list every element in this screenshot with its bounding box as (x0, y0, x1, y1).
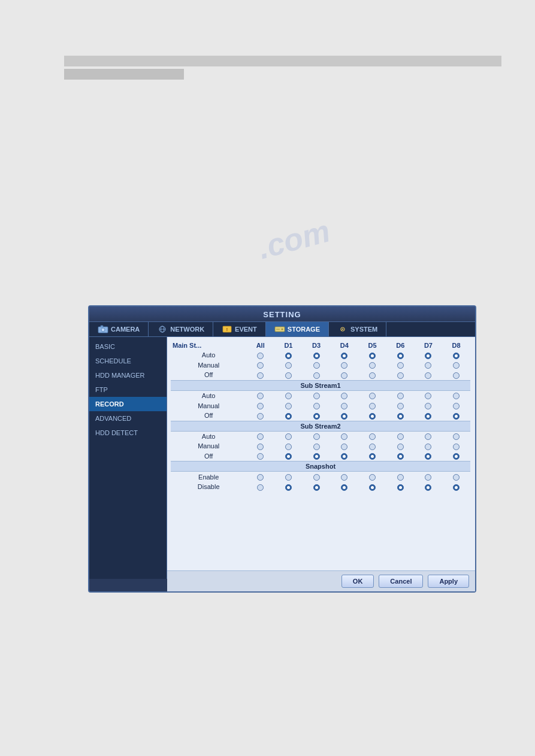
radio-main-off-d4[interactable] (330, 370, 358, 380)
radio-main-manual-d6[interactable] (386, 360, 415, 371)
radio-sub2-manual-d7[interactable] (415, 441, 443, 451)
radio-sub2-manual-d3[interactable] (303, 441, 331, 451)
sidebar-item-basic[interactable]: BASIC (89, 339, 167, 354)
radio-sub1-off-d7[interactable] (415, 411, 443, 421)
radio-main-auto-d4[interactable] (330, 350, 358, 360)
radio-main-auto-d6[interactable] (386, 350, 415, 360)
radio-sub1-auto-d4[interactable] (330, 390, 358, 400)
sidebar-item-advanced[interactable]: ADVANCED (89, 411, 167, 426)
radio-snap-enable-d8[interactable] (442, 472, 470, 482)
radio-sub2-auto-d5[interactable] (358, 431, 386, 441)
radio-sub1-auto-d3[interactable] (303, 390, 331, 400)
radio-sub1-auto-d6[interactable] (386, 390, 415, 400)
radio-sub1-off-d4[interactable] (330, 411, 358, 421)
radio-snap-enable-d5[interactable] (358, 472, 386, 482)
radio-snap-enable-all[interactable] (246, 472, 274, 482)
radio-sub1-off-d5[interactable] (358, 411, 386, 421)
tab-camera[interactable]: CAMERA (89, 322, 149, 336)
radio-snap-disable-d4[interactable] (330, 482, 358, 492)
radio-sub1-manual-d4[interactable] (330, 400, 358, 411)
radio-main-manual-d5[interactable] (358, 360, 386, 371)
radio-sub1-manual-d8[interactable] (442, 400, 470, 411)
radio-main-manual-d4[interactable] (330, 360, 358, 371)
radio-sub2-auto-d3[interactable] (303, 431, 331, 441)
radio-sub2-auto-d4[interactable] (330, 431, 358, 441)
radio-main-auto-d7[interactable] (415, 350, 443, 360)
radio-main-off-d7[interactable] (415, 370, 443, 380)
radio-sub1-manual-d1[interactable] (274, 400, 303, 411)
radio-sub2-off-d8[interactable] (442, 451, 470, 462)
radio-sub1-off-all[interactable] (246, 411, 274, 421)
radio-main-auto-d5[interactable] (358, 350, 386, 360)
radio-sub2-auto-all[interactable] (246, 431, 274, 441)
radio-sub1-auto-d5[interactable] (358, 390, 386, 400)
radio-sub2-auto-d1[interactable] (274, 431, 303, 441)
radio-main-manual-d3[interactable] (303, 360, 331, 371)
cancel-button[interactable]: Cancel (379, 575, 423, 588)
radio-snap-enable-d3[interactable] (303, 472, 331, 482)
radio-sub1-manual-d6[interactable] (386, 400, 415, 411)
radio-main-manual-all[interactable] (246, 360, 274, 371)
radio-sub2-off-all[interactable] (246, 451, 274, 462)
radio-main-auto-all[interactable] (246, 350, 274, 360)
radio-main-auto-d3[interactable] (303, 350, 331, 360)
radio-main-manual-d8[interactable] (442, 360, 470, 371)
radio-main-auto-d1[interactable] (274, 350, 303, 360)
apply-button[interactable]: Apply (428, 575, 469, 588)
sidebar-item-record[interactable]: RECORD (89, 397, 167, 411)
radio-snap-enable-d4[interactable] (330, 472, 358, 482)
radio-sub2-auto-d7[interactable] (415, 431, 443, 441)
radio-snap-enable-d7[interactable] (415, 472, 443, 482)
radio-sub2-off-d3[interactable] (303, 451, 331, 462)
radio-sub1-auto-d8[interactable] (442, 390, 470, 400)
radio-sub1-manual-d7[interactable] (415, 400, 443, 411)
sidebar-item-hdd-manager[interactable]: HDD MANAGER (89, 368, 167, 382)
radio-sub1-off-d8[interactable] (442, 411, 470, 421)
radio-snap-disable-d1[interactable] (274, 482, 303, 492)
sidebar-item-hdd-detect[interactable]: HDD DETECT (89, 426, 167, 440)
radio-snap-disable-d8[interactable] (442, 482, 470, 492)
radio-sub1-auto-d1[interactable] (274, 390, 303, 400)
tab-storage[interactable]: STORAGE (266, 322, 329, 336)
radio-sub1-off-d6[interactable] (386, 411, 415, 421)
radio-main-off-d8[interactable] (442, 370, 470, 380)
tab-system[interactable]: SYSTEM (329, 322, 386, 336)
sidebar-item-ftp[interactable]: FTP (89, 382, 167, 397)
tab-network[interactable]: NETWORK (149, 322, 213, 336)
radio-snap-disable-d3[interactable] (303, 482, 331, 492)
radio-main-off-all[interactable] (246, 370, 274, 380)
radio-sub1-auto-all[interactable] (246, 390, 274, 400)
radio-snap-enable-d6[interactable] (386, 472, 415, 482)
radio-sub2-manual-d4[interactable] (330, 441, 358, 451)
radio-sub1-manual-d3[interactable] (303, 400, 331, 411)
radio-sub2-off-d6[interactable] (386, 451, 415, 462)
radio-sub1-off-d3[interactable] (303, 411, 331, 421)
radio-sub2-manual-d8[interactable] (442, 441, 470, 451)
radio-snap-disable-d6[interactable] (386, 482, 415, 492)
radio-sub2-manual-d1[interactable] (274, 441, 303, 451)
radio-sub2-manual-d6[interactable] (386, 441, 415, 451)
radio-main-manual-d7[interactable] (415, 360, 443, 371)
sidebar-item-schedule[interactable]: SCHEDULE (89, 354, 167, 368)
radio-main-manual-d1[interactable] (274, 360, 303, 371)
tab-event[interactable]: ! EVENT (213, 322, 266, 336)
radio-sub2-manual-d5[interactable] (358, 441, 386, 451)
radio-sub2-off-d5[interactable] (358, 451, 386, 462)
radio-snap-enable-d1[interactable] (274, 472, 303, 482)
radio-sub2-off-d1[interactable] (274, 451, 303, 462)
radio-sub1-manual-d5[interactable] (358, 400, 386, 411)
radio-sub2-auto-d6[interactable] (386, 431, 415, 441)
radio-snap-disable-d5[interactable] (358, 482, 386, 492)
radio-snap-disable-all[interactable] (246, 482, 274, 492)
radio-sub1-off-d1[interactable] (274, 411, 303, 421)
ok-button[interactable]: OK (341, 575, 374, 588)
radio-sub2-off-d7[interactable] (415, 451, 443, 462)
radio-main-off-d3[interactable] (303, 370, 331, 380)
radio-main-off-d1[interactable] (274, 370, 303, 380)
radio-sub2-auto-d8[interactable] (442, 431, 470, 441)
radio-snap-disable-d7[interactable] (415, 482, 443, 492)
radio-sub1-auto-d7[interactable] (415, 390, 443, 400)
radio-main-off-d5[interactable] (358, 370, 386, 380)
radio-sub2-off-d4[interactable] (330, 451, 358, 462)
radio-sub2-manual-all[interactable] (246, 441, 274, 451)
